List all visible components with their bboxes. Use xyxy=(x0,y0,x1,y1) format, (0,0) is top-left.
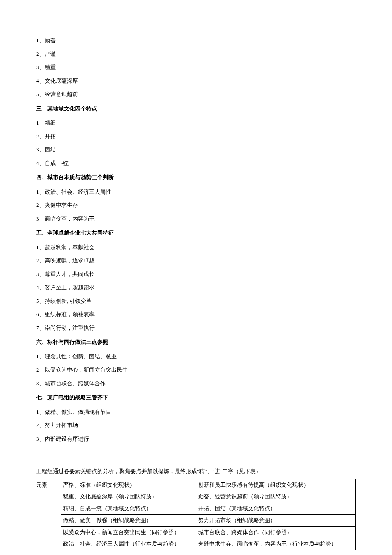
list-item: 4、自成一•统 xyxy=(36,159,356,168)
section-heading: 五、全球卓越企业七大共同特征 xyxy=(36,229,356,237)
section-heading: 六、标杆与同行做法三点参照 xyxy=(36,338,356,346)
table-cell: 精细、自成一统（某地域文化特点） xyxy=(61,503,196,515)
list-item: 3、内部建设有序进行 xyxy=(36,435,356,443)
table-row: 政治、社会、经济三大属性（行业本质与趋势） 夹缝中求生存、面临变革，内容为王（行… xyxy=(36,538,356,550)
list-item: 5、经营意识超前 xyxy=(36,90,356,99)
table-cell: 城市台联合、跨媒体合作（同行参照） xyxy=(196,526,355,538)
section-heading: 七、某广电组的战略三管齐下 xyxy=(36,393,356,402)
table-cell: 稳重、文化底蕴深厚（领导团队特质） xyxy=(61,491,196,503)
list-item: 7、崇尚行动，注重执行 xyxy=(36,324,356,332)
summary-table: 元素 严格、标准（组织文化现状） 创新和员工快乐感有待提高（组织文化现状） 稳重… xyxy=(36,479,356,551)
table-row: 元素 严格、标准（组织文化现状） 创新和员工快乐感有待提高（组织文化现状） xyxy=(36,479,356,491)
list-item: 3、面临变革，内容为王 xyxy=(36,215,356,223)
list-item: 3、城市台联合、跨媒体合作 xyxy=(36,379,356,388)
table-row: 精细、自成一统（某地域文化特点） 开拓、团结（某地域文化特点） xyxy=(36,503,356,515)
list-item: 6、组织标准，领袖表率 xyxy=(36,310,356,319)
table-cell: 勤奋、经营意识超前（领导团队特质） xyxy=(196,491,355,503)
table-label: 元素 xyxy=(36,479,61,550)
table-row: 做精、做实、做强（组织战略意图） 努力开拓市场（组织战略意图） xyxy=(36,514,356,526)
table-row: 稳重、文化底蕴深厚（领导团队特质） 勤奋、经营意识超前（领导团队特质） xyxy=(36,491,356,503)
table-cell: 创新和员工快乐感有待提高（组织文化现状） xyxy=(196,479,355,491)
section-heading: 四、城市台本质与趋势三个判断 xyxy=(36,173,356,182)
list-item: 1、政治、社会、经济三大属性 xyxy=(36,188,356,196)
table-cell: 严格、标准（组织文化现状） xyxy=(61,479,196,491)
list-item: 3、尊重人才，共同成长 xyxy=(36,270,356,279)
list-item: 1、精细 xyxy=(36,119,356,127)
table-cell: 开拓、团结（某地域文化特点） xyxy=(196,503,355,515)
list-item: 3、稳重 xyxy=(36,63,356,72)
table-cell: 做精、做实、做强（组织战略意图） xyxy=(61,514,196,526)
list-item: 5、持续创新, 引领变革 xyxy=(36,297,356,305)
list-item: 1、理念共性：创新、团结、敬业 xyxy=(36,352,356,361)
list-item: 4、文化底蕴深厚 xyxy=(36,77,356,85)
list-item: 2、严谨 xyxy=(36,50,356,58)
list-item: 2、以受众为中心，新闻立台突出民生 xyxy=(36,366,356,374)
list-item: 4、客户至上，超越需求 xyxy=(36,283,356,292)
list-item: 2、开拓 xyxy=(36,132,356,141)
table-cell: 夹缝中求生存、面临变革，内容为王（行业本质与趋势） xyxy=(196,538,355,550)
table-row: 以受众为中心，新闻立台突出民生（同行参照） 城市台联合、跨媒体合作（同行参照） xyxy=(36,526,356,538)
list-item: 1、超越利润，奉献社会 xyxy=(36,243,356,252)
list-item: 2、夹健中求生存 xyxy=(36,201,356,209)
table-cell: 努力开拓市场（组织战略意图） xyxy=(196,514,355,526)
list-item: 3、团结 xyxy=(36,145,356,154)
table-intro: 工程组通过各要素关键点的分析，聚焦要点并加以提炼，最终形成"精"、"进"二字（见… xyxy=(36,467,356,476)
table-cell: 以受众为中心，新闻立台突出民生（同行参照） xyxy=(61,526,196,538)
list-item: 2、高映远嘱，追求卓越 xyxy=(36,256,356,265)
list-item: 2、努力开拓市场 xyxy=(36,421,356,430)
list-item: 1、勤奋 xyxy=(36,36,356,45)
section-heading: 三、某地域文化四个特点 xyxy=(36,105,356,113)
table-cell: 政治、社会、经济三大属性（行业本质与趋势） xyxy=(61,538,196,550)
list-item: 1、做精、做实、做强现有节目 xyxy=(36,408,356,416)
